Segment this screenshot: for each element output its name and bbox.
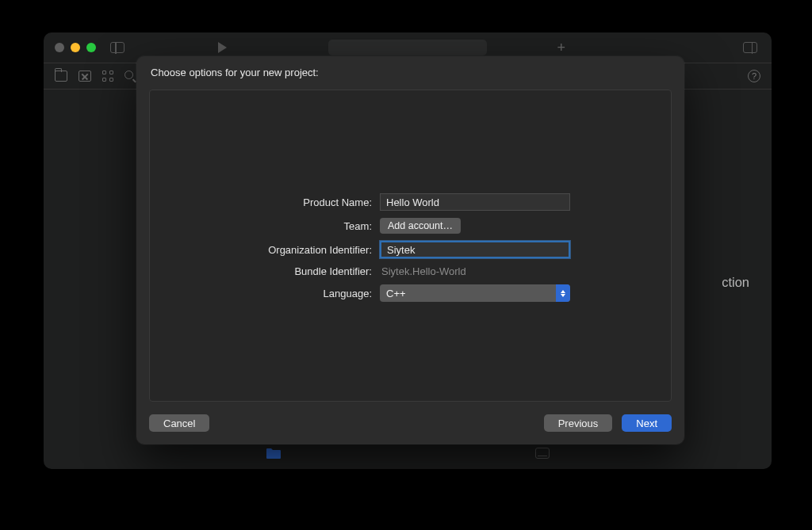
navigator-toggle-icon[interactable] [110, 42, 124, 53]
bottom-bar [266, 444, 550, 463]
bundle-identifier-label: Bundle Identifier: [150, 265, 380, 277]
symbol-navigator-icon[interactable] [102, 71, 113, 82]
window-minimize-button[interactable] [71, 43, 80, 52]
bundle-identifier-row: Bundle Identifier: Siytek.Hello-World [150, 265, 671, 277]
product-name-row: Product Name: [150, 193, 671, 211]
previous-button[interactable]: Previous [544, 414, 613, 432]
organization-identifier-label: Organization Identifier: [150, 244, 380, 256]
window-zoom-button[interactable] [86, 43, 96, 52]
product-name-label: Product Name: [150, 196, 380, 208]
traffic-lights [55, 43, 96, 52]
find-navigator-icon[interactable] [124, 71, 136, 82]
organization-identifier-row: Organization Identifier: [150, 241, 671, 258]
project-navigator-icon[interactable] [55, 71, 67, 82]
filter-folder-icon[interactable] [266, 448, 282, 459]
activity-viewer [328, 40, 487, 55]
source-control-navigator-icon[interactable] [79, 71, 91, 82]
organization-identifier-input[interactable] [380, 241, 570, 258]
language-select[interactable]: C++ [380, 284, 570, 302]
team-row: Team: Add account… [150, 218, 671, 234]
language-row: Language: C++ [150, 284, 671, 302]
select-stepper-icon [556, 284, 570, 302]
cancel-button[interactable]: Cancel [149, 414, 209, 432]
team-label: Team: [150, 220, 380, 232]
sheet-title: Choose options for your new project: [136, 56, 684, 86]
window-close-button[interactable] [55, 43, 64, 52]
bottom-panel-icon[interactable] [535, 448, 550, 459]
project-options-form: Product Name: Team: Add account… Organiz… [150, 193, 671, 302]
next-button[interactable]: Next [622, 414, 672, 432]
inspector-toggle-icon[interactable] [743, 42, 757, 53]
sheet-body: Product Name: Team: Add account… Organiz… [149, 90, 672, 402]
product-name-input[interactable] [380, 193, 570, 211]
run-icon[interactable] [218, 42, 227, 53]
help-icon[interactable]: ? [748, 70, 760, 82]
sheet-footer: Cancel Previous Next [136, 402, 684, 444]
new-project-options-sheet: Choose options for your new project: Pro… [136, 56, 684, 444]
bundle-identifier-value: Siytek.Hello-World [380, 265, 466, 277]
add-account-button[interactable]: Add account… [380, 218, 461, 234]
add-tab-icon[interactable]: + [557, 40, 565, 55]
language-select-value: C++ [386, 288, 406, 299]
language-label: Language: [150, 288, 380, 299]
background-partial-text: ction [722, 275, 749, 290]
